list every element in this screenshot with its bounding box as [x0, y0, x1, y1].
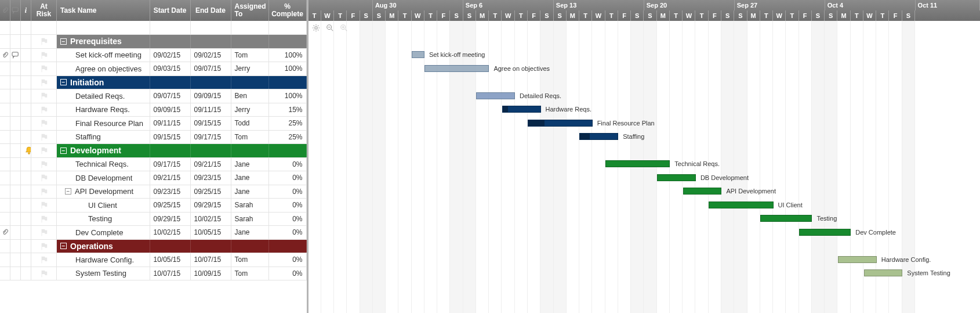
- start-date[interactable]: 09/17/15: [150, 158, 191, 171]
- gantt-bar[interactable]: Testing: [760, 215, 837, 222]
- end-date[interactable]: 10/07/15: [191, 253, 231, 267]
- gantt-bar[interactable]: API Development: [683, 188, 776, 195]
- section-row[interactable]: −Prerequisites: [0, 35, 307, 49]
- percent-complete[interactable]: 0%: [269, 185, 307, 199]
- gantt-bar[interactable]: Agree on objectives: [424, 65, 550, 72]
- gantt-bar[interactable]: UI Client: [709, 202, 803, 208]
- start-date[interactable]: 09/21/15: [150, 171, 191, 185]
- paperclip-icon[interactable]: [2, 228, 9, 236]
- section-row[interactable]: −Development: [0, 144, 307, 158]
- flag-icon[interactable]: [40, 78, 48, 87]
- assigned-to[interactable]: Ben: [231, 89, 269, 103]
- percent-complete[interactable]: 0%: [269, 158, 307, 171]
- flag-icon[interactable]: [40, 37, 48, 45]
- collapse-icon[interactable]: −: [60, 243, 67, 249]
- end-date[interactable]: 09/15/15: [191, 117, 231, 130]
- collapse-icon[interactable]: −: [65, 188, 71, 195]
- flag-icon[interactable]: [40, 269, 48, 278]
- flag-icon[interactable]: [40, 106, 48, 114]
- assigned-to[interactable]: Tom: [231, 49, 269, 62]
- assigned-to[interactable]: Sarah: [231, 213, 269, 226]
- col-assigned-to[interactable]: Assigned To: [231, 0, 269, 21]
- end-date[interactable]: 09/17/15: [191, 131, 231, 144]
- end-date[interactable]: 09/23/15: [191, 171, 231, 185]
- end-date[interactable]: 09/21/15: [191, 158, 231, 171]
- zoom-out-icon[interactable]: [326, 24, 334, 32]
- end-date[interactable]: 10/05/15: [191, 226, 231, 239]
- assigned-to[interactable]: Jane: [231, 171, 269, 185]
- end-date[interactable]: 10/09/15: [191, 267, 231, 280]
- percent-complete[interactable]: 0%: [269, 199, 307, 212]
- start-date[interactable]: 09/07/15: [150, 89, 191, 103]
- flag-icon[interactable]: [40, 256, 48, 264]
- gantt-bar[interactable]: Hardware Reqs.: [502, 106, 591, 113]
- end-date[interactable]: 09/09/15: [191, 89, 231, 103]
- start-date[interactable]: 10/05/15: [150, 253, 191, 267]
- start-date[interactable]: 09/25/15: [150, 199, 191, 212]
- gantt-body[interactable]: Set kick-off meetingAgree on objectivesD…: [308, 21, 981, 313]
- gantt-bar[interactable]: Hardware Config.: [838, 256, 931, 263]
- percent-complete[interactable]: 100%: [269, 62, 307, 75]
- percent-complete[interactable]: 0%: [269, 226, 307, 239]
- end-date[interactable]: 09/02/15: [191, 49, 231, 62]
- flag-icon[interactable]: [40, 215, 48, 223]
- assigned-to[interactable]: Todd: [231, 117, 269, 130]
- flag-icon[interactable]: [40, 188, 48, 196]
- end-date[interactable]: 09/25/15: [191, 185, 231, 199]
- collapse-icon[interactable]: −: [60, 38, 67, 45]
- paperclip-icon[interactable]: [2, 51, 9, 59]
- col-start-date[interactable]: Start Date: [150, 0, 191, 21]
- flag-icon[interactable]: [40, 51, 48, 59]
- task-row[interactable]: Final Resource Plan09/11/1509/15/15Todd2…: [0, 117, 307, 131]
- task-row[interactable]: Dev Complete10/02/1510/05/15Jane0%: [0, 226, 307, 240]
- bell-icon[interactable]: [24, 146, 31, 155]
- end-date[interactable]: 09/29/15: [191, 199, 231, 212]
- start-date[interactable]: 10/02/15: [150, 226, 191, 239]
- task-row[interactable]: System Testing10/07/1510/09/15Tom0%: [0, 267, 307, 281]
- flag-icon[interactable]: [40, 119, 48, 127]
- end-date[interactable]: 10/02/15: [191, 213, 231, 226]
- task-row[interactable]: −API Development09/23/1509/25/15Jane0%: [0, 185, 307, 199]
- end-date[interactable]: 09/07/15: [191, 62, 231, 75]
- section-row[interactable]: −Initiation: [0, 76, 307, 90]
- start-date[interactable]: 09/29/15: [150, 213, 191, 226]
- assigned-to[interactable]: Jane: [231, 226, 269, 239]
- collapse-icon[interactable]: −: [60, 79, 67, 85]
- task-row[interactable]: Detailed Reqs.09/07/1509/09/15Ben100%: [0, 89, 307, 103]
- start-date[interactable]: 09/02/15: [150, 49, 191, 62]
- start-date[interactable]: 09/15/15: [150, 131, 191, 144]
- task-row[interactable]: Testing09/29/1510/02/15Sarah0%: [0, 213, 307, 226]
- percent-complete[interactable]: 0%: [269, 171, 307, 185]
- start-date[interactable]: 10/07/15: [150, 267, 191, 280]
- percent-complete[interactable]: 25%: [269, 131, 307, 144]
- start-date[interactable]: 09/23/15: [150, 185, 191, 199]
- task-row[interactable]: UI Client09/25/1509/29/15Sarah0%: [0, 199, 307, 213]
- assigned-to[interactable]: Tom: [231, 267, 269, 280]
- col-risk[interactable]: At Risk: [31, 0, 57, 21]
- assigned-to[interactable]: Jerry: [231, 62, 269, 75]
- task-row[interactable]: Set kick-off meeting09/02/1509/02/15Tom1…: [0, 49, 307, 63]
- comment-icon[interactable]: [12, 52, 20, 59]
- gantt-bar[interactable]: Set kick-off meeting: [412, 51, 485, 58]
- col-end-date[interactable]: End Date: [191, 0, 231, 21]
- assigned-to[interactable]: Tom: [231, 131, 269, 144]
- gantt-bar[interactable]: Dev Complete: [799, 229, 896, 236]
- percent-complete[interactable]: 100%: [269, 49, 307, 62]
- assigned-to[interactable]: Jane: [231, 185, 269, 199]
- start-date[interactable]: 09/09/15: [150, 103, 191, 117]
- section-row[interactable]: −Operations: [0, 240, 307, 254]
- flag-icon[interactable]: [40, 64, 48, 73]
- gantt-bar[interactable]: Detailed Reqs.: [476, 92, 561, 99]
- col-attachment[interactable]: [0, 0, 10, 21]
- assigned-to[interactable]: Sarah: [231, 199, 269, 212]
- gantt-bar[interactable]: Technical Reqs.: [605, 160, 720, 167]
- task-row[interactable]: Agree on objectives09/03/1509/07/15Jerry…: [0, 62, 307, 76]
- task-row[interactable]: Staffing09/15/1509/17/15Tom25%: [0, 131, 307, 145]
- end-date[interactable]: 09/11/15: [191, 103, 231, 117]
- flag-icon[interactable]: [40, 146, 48, 154]
- col-info[interactable]: i: [21, 0, 31, 21]
- flag-icon[interactable]: [40, 133, 48, 141]
- collapse-icon[interactable]: −: [60, 147, 67, 154]
- task-row[interactable]: DB Development09/21/1509/23/15Jane0%: [0, 171, 307, 185]
- start-date[interactable]: 09/11/15: [150, 117, 191, 130]
